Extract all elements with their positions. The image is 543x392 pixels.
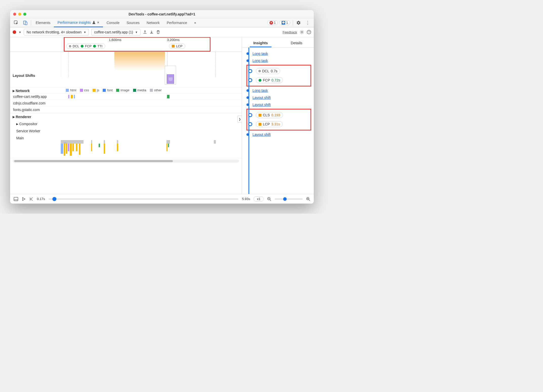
throttling-dropdown[interactable]: No network throttling, 4× slowdown ▼ xyxy=(24,29,89,35)
close-tab-button[interactable]: ✕ xyxy=(97,21,99,24)
tab-elements[interactable]: Elements xyxy=(32,18,54,27)
network-row[interactable]: coffee-cart.netlify.app xyxy=(10,93,242,100)
insight-link: Long task xyxy=(253,59,268,63)
timeline-markers-early[interactable]: DCL FCP TTI xyxy=(66,43,105,49)
main-tabbar: Elements Performance insights ✕ Console … xyxy=(10,18,314,27)
layout-shifts-track[interactable] xyxy=(61,52,242,77)
host-label: cdnjs.cloudflare.com xyxy=(10,101,61,105)
annotation-box-cls-lcp: CLS 0.193 LCP 3.31s xyxy=(246,109,311,130)
insight-item[interactable]: Long task xyxy=(246,57,314,64)
insight-item[interactable]: Layout shift xyxy=(246,131,314,138)
zoom-out-icon[interactable] xyxy=(267,197,271,201)
legend-media: media xyxy=(137,88,146,92)
scrollbar-thumb[interactable] xyxy=(14,160,173,162)
inspect-element-icon[interactable] xyxy=(12,20,21,25)
export-icon[interactable] xyxy=(143,30,147,34)
toggle-drawer-icon[interactable] xyxy=(14,197,18,201)
cup-icon xyxy=(169,77,173,81)
section-title: Network xyxy=(16,89,30,93)
host-label: coffee-cart.netlify.app xyxy=(10,95,61,99)
metric-value: 3.31s xyxy=(271,122,280,126)
metric-label: LCP xyxy=(263,122,270,126)
timeline-markers-lcp[interactable]: LCP xyxy=(169,43,185,49)
service-worker-row[interactable]: Service Worker xyxy=(10,127,242,135)
collapse-sidebar-button[interactable]: ❯ xyxy=(237,116,242,123)
chevron-down-icon: ▼ xyxy=(135,31,138,34)
insight-metric-cls[interactable]: CLS 0.193 xyxy=(248,111,308,120)
tab-network[interactable]: Network xyxy=(143,18,163,27)
dashed-guide xyxy=(215,52,216,77)
metric-value: 0.7s xyxy=(271,69,277,73)
time-tick: 3,200ms xyxy=(167,38,180,42)
tab-performance-insights[interactable]: Performance insights ✕ xyxy=(54,18,103,27)
insight-metric-fcp[interactable]: FCP 0.72s xyxy=(248,76,308,85)
tab-console[interactable]: Console xyxy=(103,18,123,27)
messages-badge[interactable]: 💬 1 xyxy=(279,20,290,25)
kebab-menu-icon[interactable]: ⋮ xyxy=(303,20,312,26)
messages-count: 1 xyxy=(286,21,288,25)
network-row[interactable]: cdnjs.cloudflare.com xyxy=(10,100,242,106)
timeline-ruler[interactable]: 1,600ms 3,200ms DCL FCP TTI LCP xyxy=(10,37,242,52)
more-tabs-button[interactable]: » xyxy=(191,21,200,25)
panel-settings-icon[interactable] xyxy=(300,30,304,34)
dcl-marker-icon xyxy=(69,45,71,47)
errors-badge[interactable]: ✕ 1 xyxy=(267,20,278,25)
slider-knob[interactable] xyxy=(52,197,56,201)
svg-rect-5 xyxy=(14,197,18,201)
record-options-chevron[interactable]: ▼ xyxy=(19,31,21,34)
device-toolbar-icon[interactable] xyxy=(21,20,30,25)
insight-item[interactable]: Layout shift xyxy=(246,101,314,108)
play-button[interactable] xyxy=(22,197,26,201)
metric-label: DCL xyxy=(262,69,269,73)
insight-metric-dcl[interactable]: DCL 0.7s xyxy=(248,67,308,76)
section-title: Renderer xyxy=(16,115,31,119)
playback-end-time: 5.93s xyxy=(242,197,250,201)
renderer-header[interactable]: ▶ Renderer xyxy=(10,113,242,120)
horizontal-scrollbar[interactable] xyxy=(13,160,239,163)
insight-link: Long task xyxy=(253,89,268,93)
insight-metric-lcp[interactable]: LCP 3.31s xyxy=(248,120,308,129)
insights-list[interactable]: Long task Long task DCL 0.7s xyxy=(242,48,314,194)
insight-link: Layout shift xyxy=(253,133,271,137)
error-icon: ✕ xyxy=(269,21,273,25)
tab-insights[interactable]: Insights xyxy=(250,39,272,47)
marker-label: DCL xyxy=(73,44,79,48)
tab-details[interactable]: Details xyxy=(287,39,306,47)
compositor-row[interactable]: ▶ Compositor xyxy=(10,120,242,127)
section-title: Layout Shifts xyxy=(13,74,35,78)
import-icon[interactable] xyxy=(150,30,154,34)
insight-item[interactable]: Long task xyxy=(246,87,314,94)
feedback-link[interactable]: Feedback xyxy=(283,30,297,34)
main-row[interactable]: Main xyxy=(10,135,242,140)
lcp-marker-icon xyxy=(172,45,175,48)
zoom-slider[interactable] xyxy=(275,199,303,200)
insight-link: Layout shift xyxy=(253,103,271,107)
rewind-to-start-icon[interactable] xyxy=(29,197,33,201)
playback-speed[interactable]: x1 xyxy=(254,196,264,202)
insight-item[interactable]: Long task xyxy=(246,50,314,57)
settings-icon[interactable] xyxy=(294,20,303,25)
record-button[interactable] xyxy=(13,30,16,34)
dashed-guide xyxy=(69,52,69,77)
tab-sources[interactable]: Sources xyxy=(123,18,143,27)
zoom-knob[interactable] xyxy=(283,197,287,201)
errors-count: 1 xyxy=(274,21,276,25)
playback-slider[interactable] xyxy=(49,199,239,200)
marker-label: TTI xyxy=(97,44,102,48)
zoom-window-button[interactable] xyxy=(23,13,26,16)
delete-icon[interactable] xyxy=(156,30,160,34)
main-flame-chart[interactable]: ... xyxy=(61,140,242,158)
expand-caret-icon: ▶ xyxy=(13,89,15,93)
help-icon[interactable]: ? xyxy=(307,30,311,34)
chevron-down-icon: ▼ xyxy=(83,31,86,34)
zoom-in-icon[interactable] xyxy=(306,197,310,201)
insight-item[interactable]: Layout shift xyxy=(246,94,314,101)
layout-shift-thumbnail[interactable] xyxy=(165,66,176,85)
network-row[interactable]: fonts.gstatic.com xyxy=(10,106,242,113)
expand-caret-icon: ▶ xyxy=(13,115,15,119)
session-dropdown[interactable]: coffee-cart.netlify.app (1) ▼ xyxy=(91,29,140,35)
annotation-box-dcl-fcp: DCL 0.7s FCP 0.72s xyxy=(246,65,311,86)
tab-performance[interactable]: Performance xyxy=(163,18,191,27)
minimize-window-button[interactable] xyxy=(18,13,21,16)
close-window-button[interactable] xyxy=(13,13,16,16)
